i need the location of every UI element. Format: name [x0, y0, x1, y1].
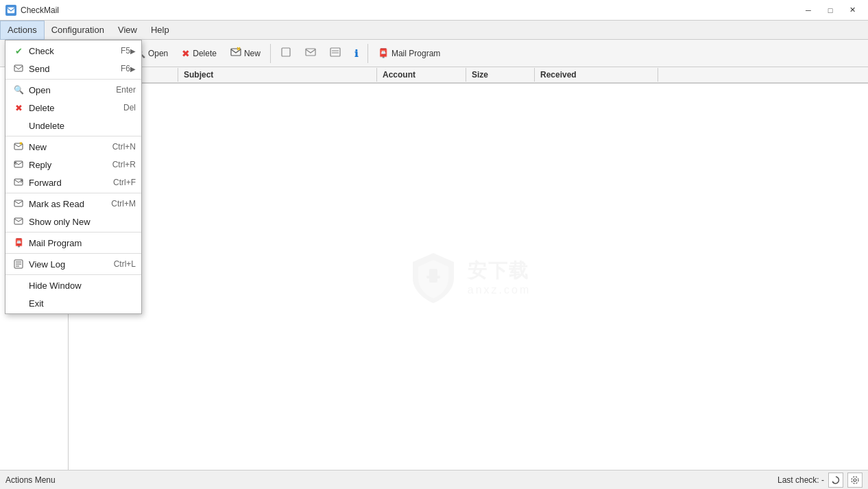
svg-point-11 — [854, 479, 856, 481]
view-log-icon — [11, 259, 26, 269]
menu-item-open-label: Open — [29, 85, 116, 95]
menu-item-send[interactable]: Send F6 ▶ — [5, 60, 141, 77]
check-arrow-icon: ▶ — [130, 47, 136, 55]
attach-button[interactable] — [274, 43, 298, 64]
menu-item-delete-shortcut: Del — [123, 103, 136, 112]
menu-item-hide-window[interactable]: Hide Window — [5, 276, 141, 294]
status-update-button[interactable] — [828, 473, 843, 488]
watermark-text-container: 安下载 anxz.com — [468, 258, 531, 296]
reply-menu-icon — [11, 160, 26, 169]
send-menu-icon — [11, 64, 26, 73]
menu-item-hide-window-label: Hide Window — [29, 281, 136, 291]
mark-as-read-icon — [11, 199, 26, 208]
mail-program-icon: 📮 — [378, 48, 389, 58]
last-check-text: Last check: - — [777, 475, 824, 485]
close-button[interactable]: ✕ — [842, 3, 863, 17]
svg-rect-13 — [14, 65, 23, 71]
attach-icon — [280, 47, 291, 60]
menu-item-open[interactable]: 🔍 Open Enter — [5, 81, 141, 99]
menu-item-forward-shortcut: Ctrl+F — [113, 178, 136, 187]
svg-point-12 — [852, 477, 858, 484]
info-icon: ℹ — [354, 48, 358, 59]
watermark: 安下载 anxz.com — [406, 250, 531, 305]
menu-item-check[interactable]: ✔ Check F5 ▶ — [5, 42, 141, 60]
watermark-url: anxz.com — [468, 284, 531, 296]
menu-item-undelete-label: Undelete — [29, 121, 136, 131]
gear-icon — [850, 475, 860, 485]
mail-icon — [305, 47, 316, 60]
status-text: Actions Menu — [5, 475, 56, 485]
menu-help[interactable]: Help — [144, 21, 176, 40]
menu-item-show-only-new-label: Show only New — [29, 217, 136, 227]
svg-rect-0 — [8, 8, 14, 13]
content-area: 安下载 anxz.com — [69, 84, 868, 470]
menu-item-reply-shortcut: Ctrl+R — [112, 160, 136, 169]
menu-view[interactable]: View — [111, 21, 144, 40]
menu-bar: Actions Configuration View Help — [0, 21, 868, 40]
menu-item-mark-as-read-shortcut: Ctrl+M — [111, 199, 136, 208]
col-account[interactable]: Account — [377, 68, 466, 82]
menu-item-exit[interactable]: Exit — [5, 294, 141, 312]
col-received[interactable]: Received — [535, 68, 658, 82]
svg-rect-9 — [426, 276, 440, 278]
minimize-button[interactable]: ─ — [798, 3, 819, 17]
new-button[interactable]: New — [224, 43, 267, 64]
menu-item-new-label: New — [29, 142, 112, 152]
menu-item-new[interactable]: New Ctrl+N — [5, 138, 141, 156]
watermark-shield-icon — [406, 250, 461, 305]
delete-menu-icon: ✖ — [11, 103, 26, 113]
new-menu-icon — [11, 142, 26, 152]
menu-item-view-log-shortcut: Ctrl+L — [114, 259, 136, 269]
list-icon — [330, 47, 341, 60]
list-button[interactable] — [324, 43, 347, 64]
status-right: Last check: - — [777, 473, 863, 488]
sep-a — [5, 79, 141, 80]
info-button[interactable]: ℹ — [348, 43, 364, 64]
new-icon — [230, 47, 241, 60]
forward-menu-icon — [11, 178, 26, 187]
status-bar: Actions Menu Last check: - — [0, 470, 868, 489]
menu-item-check-label: Check — [29, 46, 121, 56]
menu-item-forward[interactable]: Forward Ctrl+F — [5, 174, 141, 191]
watermark-brand: 安下载 — [468, 258, 531, 284]
menu-item-forward-label: Forward — [29, 178, 113, 188]
app-title: CheckMail — [21, 5, 59, 15]
mail-program-menu-icon: 📮 — [11, 238, 26, 248]
maximize-button[interactable]: □ — [820, 3, 841, 17]
menu-item-mark-as-read-label: Mark as Read — [29, 199, 111, 209]
sep-b — [5, 136, 141, 136]
menu-item-show-only-new[interactable]: Show only New — [5, 213, 141, 230]
sep-d — [5, 232, 141, 232]
col-subject[interactable]: Subject — [178, 68, 377, 82]
mail-program-button[interactable]: 📮 Mail Program — [372, 43, 446, 64]
menu-item-view-log-label: View Log — [29, 259, 114, 270]
menu-configuration[interactable]: Configuration — [45, 21, 111, 40]
menu-item-mark-as-read[interactable]: Mark as Read Ctrl+M — [5, 195, 141, 213]
right-panel: To Subject Account Size Received 安下载 anx… — [69, 67, 868, 470]
title-bar: CheckMail ─ □ ✕ — [0, 0, 868, 21]
svg-rect-4 — [306, 49, 315, 56]
menu-item-reply[interactable]: Reply Ctrl+R — [5, 156, 141, 174]
menu-item-delete[interactable]: ✖ Delete Del — [5, 99, 141, 117]
open-menu-icon: 🔍 — [11, 85, 26, 95]
svg-rect-5 — [330, 48, 340, 56]
menu-item-open-shortcut: Enter — [116, 85, 136, 95]
show-only-new-icon — [11, 217, 26, 226]
menu-item-reply-label: Reply — [29, 160, 112, 170]
sep4 — [367, 44, 368, 63]
status-settings-button[interactable] — [847, 473, 863, 488]
menu-item-view-log[interactable]: View Log Ctrl+L — [5, 255, 141, 273]
menu-actions[interactable]: Actions — [0, 21, 45, 40]
menu-item-undelete[interactable]: Undelete — [5, 117, 141, 134]
actions-dropdown-menu: ✔ Check F5 ▶ Send F6 ▶ 🔍 Open Enter ✖ De… — [5, 40, 142, 314]
col-size[interactable]: Size — [466, 68, 535, 82]
delete-button[interactable]: ✖ Delete — [176, 43, 223, 64]
menu-item-new-shortcut: Ctrl+N — [112, 142, 136, 152]
window-controls: ─ □ ✕ — [798, 3, 863, 17]
menu-item-delete-label: Delete — [29, 103, 123, 113]
mail-icon-button[interactable] — [299, 43, 322, 64]
svg-rect-3 — [282, 48, 290, 56]
menu-item-mail-program[interactable]: 📮 Mail Program — [5, 234, 141, 252]
sep-e — [5, 253, 141, 254]
sep-f — [5, 274, 141, 275]
